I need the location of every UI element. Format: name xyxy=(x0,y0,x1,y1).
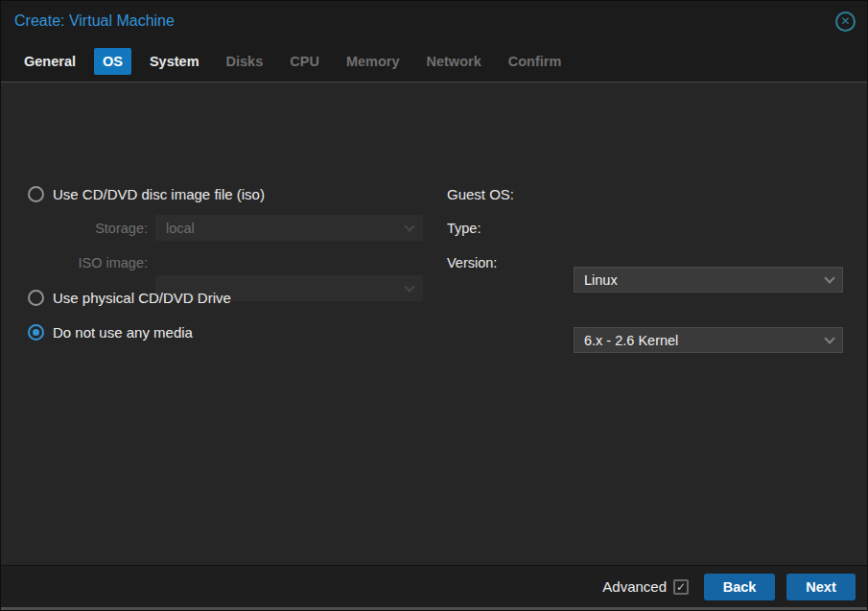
wizard-tabstrip: General OS System Disks CPU Memory Netwo… xyxy=(1,41,867,82)
os-type-combobox[interactable]: Linux xyxy=(574,267,843,293)
close-icon[interactable]: ✕ xyxy=(835,12,856,32)
chevron-down-icon[interactable] xyxy=(824,333,834,343)
dialog-title: Create: Virtual Machine xyxy=(14,12,175,30)
advanced-label: Advanced xyxy=(602,578,667,595)
os-tab-panel: Use CD/DVD disc image file (iso) Storage… xyxy=(1,83,867,565)
create-vm-dialog: Create: Virtual Machine ✕ General OS Sys… xyxy=(0,0,868,611)
radio-row-no-media: Do not use any media xyxy=(28,323,193,341)
guest-os-heading: Guest OS: xyxy=(447,186,514,202)
os-type-value: Linux xyxy=(584,272,618,288)
tab-system[interactable]: System xyxy=(141,48,208,75)
chevron-down-icon xyxy=(404,221,414,231)
advanced-checkbox[interactable]: ✓ xyxy=(673,579,689,595)
physical-drive-radio-label: Use physical CD/DVD Drive xyxy=(53,290,231,306)
advanced-toggle: Advanced ✓ xyxy=(602,578,689,595)
chevron-down-icon[interactable] xyxy=(824,272,834,283)
dialog-footer: Advanced ✓ Back Next xyxy=(1,565,867,607)
tab-confirm: Confirm xyxy=(500,48,571,75)
no-media-radio[interactable] xyxy=(28,324,44,341)
radio-row-iso: Use CD/DVD disc image file (iso) xyxy=(28,185,265,202)
no-media-radio-label: Do not use any media xyxy=(53,324,193,341)
storage-label: Storage: xyxy=(28,221,148,236)
tab-network: Network xyxy=(417,48,489,75)
physical-drive-radio[interactable] xyxy=(28,290,44,306)
tab-cpu: CPU xyxy=(281,48,328,75)
tab-os[interactable]: OS xyxy=(94,48,131,75)
iso-radio[interactable] xyxy=(28,186,44,202)
os-version-value: 6.x - 2.6 Kernel xyxy=(584,333,678,348)
os-version-label: Version: xyxy=(447,255,497,270)
tab-disks: Disks xyxy=(218,48,272,75)
chevron-down-icon xyxy=(404,281,414,292)
os-type-label: Type: xyxy=(447,221,481,236)
storage-combobox: local xyxy=(155,215,423,241)
close-x-glyph: ✕ xyxy=(840,15,850,27)
back-button[interactable]: Back xyxy=(704,574,775,600)
storage-value: local xyxy=(166,221,195,236)
dialog-titlebar: Create: Virtual Machine ✕ xyxy=(1,1,867,41)
radio-row-physical: Use physical CD/DVD Drive xyxy=(28,289,231,306)
tab-memory: Memory xyxy=(338,48,409,75)
next-button[interactable]: Next xyxy=(786,574,856,600)
checkmark-icon: ✓ xyxy=(676,581,686,593)
tab-general[interactable]: General xyxy=(15,48,84,75)
iso-image-label: ISO image: xyxy=(28,255,148,270)
iso-radio-label: Use CD/DVD disc image file (iso) xyxy=(53,186,265,202)
os-version-combobox[interactable]: 6.x - 2.6 Kernel xyxy=(574,327,843,353)
